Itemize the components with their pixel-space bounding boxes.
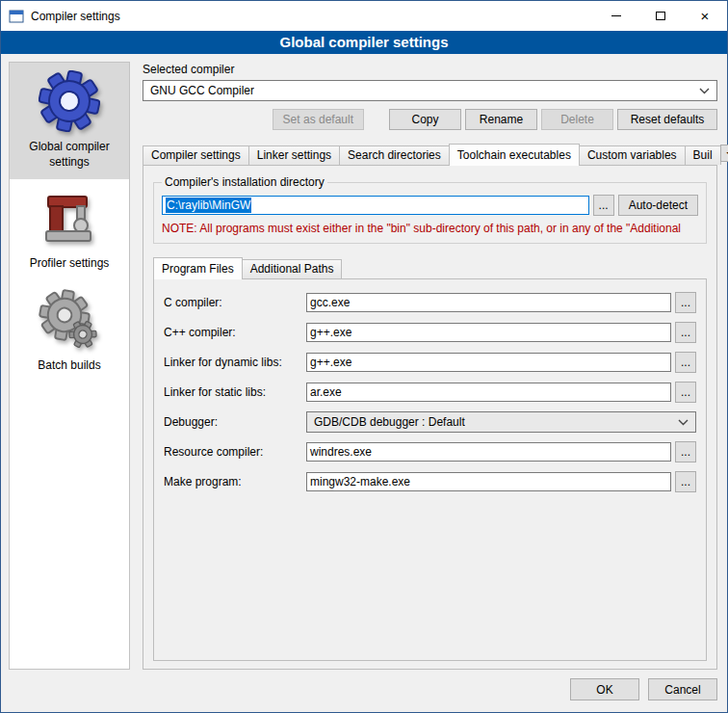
settings-category-list: Global compiler settings Profiler settin… — [9, 62, 130, 670]
field-row: C++ compiler: g++.exe ... — [164, 322, 696, 343]
dialog-header: Global compiler settings — [1, 31, 727, 54]
field-row: Debugger: GDB/CDB debugger : Default — [164, 411, 696, 433]
sidebar-item-batch-builds[interactable]: Batch builds — [10, 281, 129, 383]
field-row: Linker for static libs: ar.exe ... — [164, 382, 696, 403]
sidebar-item-label: Profiler settings — [12, 256, 127, 272]
subtab-additional-paths[interactable]: Additional Paths — [242, 259, 343, 278]
debugger-label: Debugger: — [164, 415, 306, 429]
window-title: Compiler settings — [31, 10, 120, 23]
sidebar-item-label: Global compiler settings — [12, 140, 127, 170]
static-linker-label: Linker for static libs: — [164, 385, 306, 399]
make-program-input[interactable]: mingw32-make.exe — [306, 472, 671, 491]
make-program-value: mingw32-make.exe — [310, 475, 410, 489]
tab-toolchain-executables[interactable]: Toolchain executables — [449, 144, 580, 166]
field-row: Resource compiler: windres.exe ... — [164, 441, 696, 462]
cpp-compiler-label: C++ compiler: — [164, 326, 306, 339]
tab-build-truncated[interactable]: Buil — [685, 145, 721, 165]
toolchain-executables-panel: Compiler's installation directory C:\ray… — [143, 165, 717, 670]
profiler-clamp-icon — [39, 187, 100, 249]
c-compiler-input[interactable]: gcc.exe — [306, 293, 671, 312]
c-compiler-value: gcc.exe — [310, 296, 350, 309]
titlebar: Compiler settings × — [1, 1, 727, 31]
tab-linker-settings[interactable]: Linker settings — [248, 145, 340, 165]
delete-button: Delete — [541, 109, 613, 130]
tab-custom-variables[interactable]: Custom variables — [579, 145, 686, 165]
minimize-button[interactable] — [594, 1, 638, 31]
resource-compiler-browse-button[interactable]: ... — [675, 441, 696, 462]
settings-tabs: Compiler settings Linker settings Search… — [143, 142, 717, 165]
dialog-footer: OK Cancel — [1, 675, 727, 712]
make-program-label: Make program: — [164, 475, 306, 489]
app-icon — [9, 9, 24, 24]
sidebar-item-global-compiler-settings[interactable]: Global compiler settings — [10, 63, 129, 179]
compiler-actions: Set as default Copy Rename Delete Reset … — [143, 109, 717, 130]
sidebar-item-label: Batch builds — [12, 358, 127, 374]
program-files-panel: C compiler: gcc.exe ... C++ compiler: g+… — [153, 278, 707, 661]
close-icon: × — [701, 9, 710, 23]
dynamic-linker-label: Linker for dynamic libs: — [164, 356, 306, 369]
tab-search-directories[interactable]: Search directories — [339, 145, 450, 165]
dynamic-linker-value: g++.exe — [310, 356, 351, 369]
field-row: Make program: mingw32-make.exe ... — [164, 471, 696, 492]
installation-directory-legend: Compiler's installation directory — [162, 175, 327, 189]
maximize-icon — [656, 12, 665, 20]
field-row: Linker for dynamic libs: g++.exe ... — [164, 352, 696, 373]
blue-gear-icon — [39, 70, 100, 132]
ok-button[interactable]: OK — [570, 678, 639, 700]
static-linker-input[interactable]: ar.exe — [306, 383, 671, 402]
resource-compiler-input[interactable]: windres.exe — [306, 442, 671, 462]
subtab-program-files[interactable]: Program Files — [153, 257, 243, 279]
resource-compiler-value: windres.exe — [310, 445, 372, 459]
maximize-button[interactable] — [638, 1, 683, 31]
selected-compiler-label: Selected compiler — [143, 63, 717, 76]
cpp-compiler-input[interactable]: g++.exe — [306, 323, 671, 342]
cpp-compiler-value: g++.exe — [310, 326, 351, 339]
arrow-left-icon: ◄ — [725, 148, 728, 157]
set-as-default-button: Set as default — [273, 109, 364, 130]
c-compiler-browse-button[interactable]: ... — [675, 292, 696, 313]
static-linker-browse-button[interactable]: ... — [675, 382, 696, 403]
programs-note: NOTE: All programs must exist either in … — [162, 222, 698, 235]
rename-button[interactable]: Rename — [465, 109, 537, 130]
selected-compiler-dropdown[interactable]: GNU GCC Compiler — [143, 80, 717, 101]
selected-compiler-value: GNU GCC Compiler — [150, 84, 254, 97]
installation-directory-value: C:\raylib\MinGW — [166, 198, 251, 213]
copy-button[interactable]: Copy — [389, 109, 461, 130]
chevron-down-icon — [678, 419, 689, 426]
static-linker-value: ar.exe — [310, 385, 342, 399]
batch-builds-gears-icon — [39, 289, 100, 351]
minimize-icon — [611, 15, 621, 16]
installation-directory-browse-button[interactable]: ... — [593, 195, 614, 216]
sidebar-item-profiler-settings[interactable]: Profiler settings — [10, 179, 129, 281]
resource-compiler-label: Resource compiler: — [164, 445, 306, 459]
installation-directory-group: Compiler's installation directory C:\ray… — [153, 175, 707, 244]
cancel-button[interactable]: Cancel — [648, 678, 717, 700]
debugger-value: GDB/CDB debugger : Default — [314, 415, 465, 429]
program-subtabs: Program Files Additional Paths — [153, 255, 707, 278]
close-button[interactable]: × — [683, 1, 727, 31]
debugger-select[interactable]: GDB/CDB debugger : Default — [306, 411, 696, 433]
auto-detect-button[interactable]: Auto-detect — [618, 195, 698, 216]
tab-compiler-settings[interactable]: Compiler settings — [143, 145, 249, 165]
field-row: C compiler: gcc.exe ... — [164, 292, 696, 313]
compiler-settings-window: Compiler settings × Global compiler sett… — [0, 0, 728, 713]
tab-scroll-left-button[interactable]: ◄ — [720, 145, 728, 162]
installation-directory-input[interactable]: C:\raylib\MinGW — [162, 196, 589, 215]
chevron-down-icon — [699, 88, 710, 94]
c-compiler-label: C compiler: — [164, 296, 306, 309]
make-program-browse-button[interactable]: ... — [675, 471, 696, 492]
dynamic-linker-input[interactable]: g++.exe — [306, 353, 671, 372]
reset-defaults-button[interactable]: Reset defaults — [617, 109, 717, 130]
dynamic-linker-browse-button[interactable]: ... — [675, 352, 696, 373]
cpp-compiler-browse-button[interactable]: ... — [675, 322, 696, 343]
